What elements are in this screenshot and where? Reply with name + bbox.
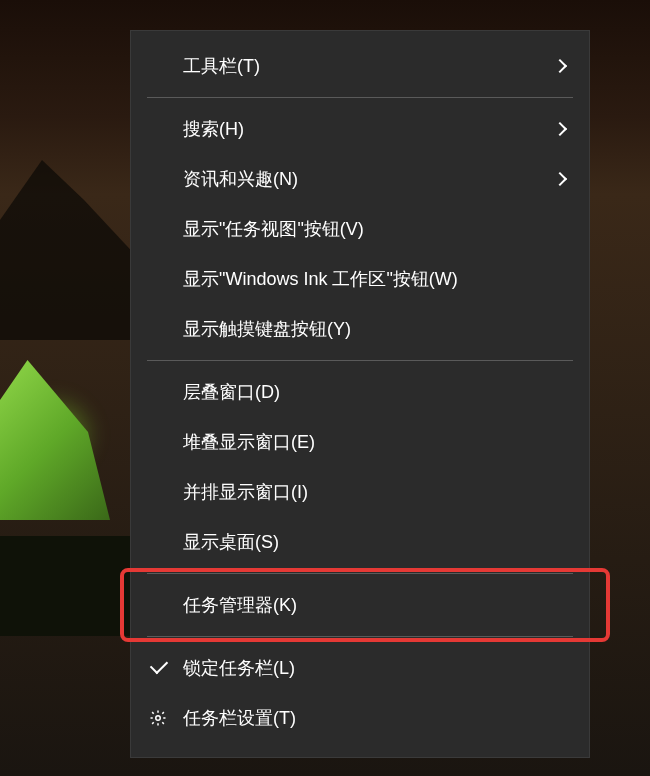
background-mountain: [0, 140, 140, 340]
menu-item-label: 显示触摸键盘按钮(Y): [183, 317, 565, 341]
svg-point-0: [156, 716, 161, 721]
menu-item-label: 显示"Windows Ink 工作区"按钮(W): [183, 267, 565, 291]
menu-separator: [147, 97, 573, 98]
menu-item-label: 堆叠显示窗口(E): [183, 430, 565, 454]
menu-item-lock-taskbar[interactable]: 锁定任务栏(L): [131, 643, 589, 693]
gear-icon: [149, 709, 167, 727]
menu-item-label: 层叠窗口(D): [183, 380, 565, 404]
menu-item-task-manager[interactable]: 任务管理器(K): [131, 580, 589, 630]
background-ground: [0, 536, 140, 636]
menu-item-toolbars[interactable]: 工具栏(T): [131, 41, 589, 91]
menu-item-label: 显示桌面(S): [183, 530, 565, 554]
menu-item-label: 搜索(H): [183, 117, 555, 141]
background-tent: [0, 340, 130, 560]
menu-item-search[interactable]: 搜索(H): [131, 104, 589, 154]
chevron-right-icon: [553, 59, 567, 73]
menu-item-taskbar-settings[interactable]: 任务栏设置(T): [131, 693, 589, 743]
menu-separator: [147, 360, 573, 361]
taskbar-context-menu: 工具栏(T) 搜索(H) 资讯和兴趣(N) 显示"任务视图"按钮(V) 显示"W…: [130, 30, 590, 758]
check-icon: [150, 656, 168, 674]
menu-item-cascade-windows[interactable]: 层叠窗口(D): [131, 367, 589, 417]
menu-item-show-desktop[interactable]: 显示桌面(S): [131, 517, 589, 567]
menu-item-label: 任务栏设置(T): [183, 706, 565, 730]
menu-item-label: 资讯和兴趣(N): [183, 167, 555, 191]
menu-item-label: 显示"任务视图"按钮(V): [183, 217, 565, 241]
menu-item-label: 工具栏(T): [183, 54, 555, 78]
menu-item-task-view-button[interactable]: 显示"任务视图"按钮(V): [131, 204, 589, 254]
chevron-right-icon: [553, 122, 567, 136]
chevron-right-icon: [553, 172, 567, 186]
menu-item-touch-keyboard-button[interactable]: 显示触摸键盘按钮(Y): [131, 304, 589, 354]
menu-item-label: 并排显示窗口(I): [183, 480, 565, 504]
menu-item-windows-ink-button[interactable]: 显示"Windows Ink 工作区"按钮(W): [131, 254, 589, 304]
menu-item-side-by-side-windows[interactable]: 并排显示窗口(I): [131, 467, 589, 517]
menu-item-stack-windows[interactable]: 堆叠显示窗口(E): [131, 417, 589, 467]
menu-separator: [147, 636, 573, 637]
menu-item-label: 任务管理器(K): [183, 593, 565, 617]
menu-separator: [147, 573, 573, 574]
menu-item-label: 锁定任务栏(L): [183, 656, 565, 680]
menu-item-news-interests[interactable]: 资讯和兴趣(N): [131, 154, 589, 204]
